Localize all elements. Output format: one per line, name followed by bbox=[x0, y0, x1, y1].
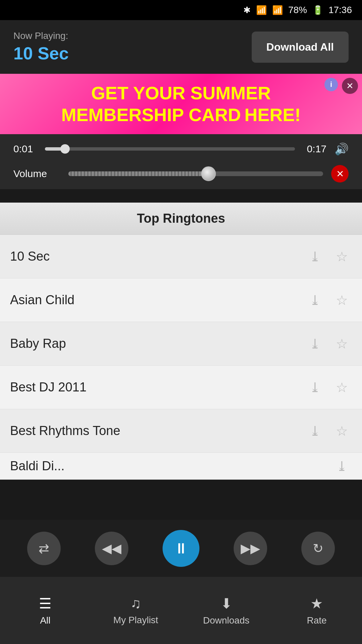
download-icon[interactable]: ⤓ bbox=[305, 421, 325, 441]
battery-text: 78% bbox=[288, 5, 307, 15]
status-icons: ✱ 📶 📶 78% 🔋 17:36 bbox=[243, 5, 352, 15]
item-actions: ⤓ ☆ bbox=[305, 377, 352, 397]
wifi-icon: 📶 bbox=[256, 5, 267, 15]
download-icon[interactable]: ⤓ bbox=[305, 247, 325, 267]
nav-item-my-playlist[interactable]: ♫ My Playlist bbox=[90, 577, 181, 644]
nav-label-all: All bbox=[40, 615, 50, 626]
shuffle-icon: ⇄ bbox=[39, 541, 49, 556]
now-playing-section: Now Playing: 10 Sec bbox=[13, 31, 69, 63]
rate-icon: ★ bbox=[310, 595, 323, 612]
player-section: 0:01 0:17 🔊 Volume ✕ bbox=[0, 134, 362, 189]
volume-bar[interactable] bbox=[68, 171, 323, 176]
nav-label-rate: Rate bbox=[307, 615, 326, 626]
pause-button[interactable]: ⏸ bbox=[163, 530, 199, 567]
download-icon[interactable]: ⤓ bbox=[332, 456, 352, 476]
ad-banner: GET YOUR SUMMER MEMBERSHIP CARD HERE! i … bbox=[0, 74, 362, 134]
volume-label: Volume bbox=[13, 168, 60, 179]
bluetooth-icon: ✱ bbox=[243, 5, 251, 15]
favorite-icon[interactable]: ☆ bbox=[332, 334, 352, 354]
fastforward-button[interactable]: ▶▶ bbox=[234, 532, 267, 565]
nav-item-downloads[interactable]: ⬇ Downloads bbox=[181, 577, 272, 644]
ringtone-name: Best DJ 2011 bbox=[10, 380, 305, 394]
now-playing-label: Now Playing: bbox=[13, 31, 69, 41]
download-icon[interactable]: ⤓ bbox=[305, 377, 325, 397]
nav-label-my-playlist: My Playlist bbox=[113, 615, 158, 626]
shuffle-button[interactable]: ⇄ bbox=[27, 532, 61, 565]
current-time: 0:01 bbox=[13, 143, 37, 155]
ad-text: GET YOUR SUMMER MEMBERSHIP CARD HERE! bbox=[61, 82, 301, 126]
ad-close-button[interactable]: ✕ bbox=[342, 78, 358, 94]
download-icon[interactable]: ⤓ bbox=[305, 290, 325, 310]
status-bar: ✱ 📶 📶 78% 🔋 17:36 bbox=[0, 0, 362, 20]
transport-bar: ⇄ ◀◀ ⏸ ▶▶ ↻ bbox=[0, 520, 362, 577]
progress-bar[interactable] bbox=[45, 147, 295, 151]
ringtone-name: Best Rhythms Tone bbox=[10, 424, 305, 438]
download-icon[interactable]: ⤓ bbox=[305, 334, 325, 354]
all-icon: ☰ bbox=[39, 595, 52, 612]
list-header-text: Top Ringtones bbox=[137, 211, 225, 225]
total-time: 0:17 bbox=[303, 143, 326, 155]
favorite-icon[interactable]: ☆ bbox=[332, 377, 352, 397]
list-item[interactable]: Baldi Di... ⤓ bbox=[0, 453, 362, 480]
pause-icon: ⏸ bbox=[174, 540, 188, 557]
ringtone-name: Baby Rap bbox=[10, 336, 305, 351]
volume-row: Volume ✕ bbox=[13, 165, 349, 182]
ringtones-list-section: Top Ringtones 10 Sec ⤓ ☆ Asian Child ⤓ ☆… bbox=[0, 203, 362, 480]
favorite-icon[interactable]: ☆ bbox=[332, 247, 352, 267]
favorite-icon[interactable]: ☆ bbox=[332, 290, 352, 310]
list-item[interactable]: 10 Sec ⤓ ☆ bbox=[0, 235, 362, 278]
time-display: 17:36 bbox=[328, 5, 352, 15]
playlist-icon: ♫ bbox=[130, 595, 141, 611]
nav-item-rate[interactable]: ★ Rate bbox=[272, 577, 362, 644]
repeat-icon: ↻ bbox=[313, 541, 323, 556]
ringtone-name: 10 Sec bbox=[10, 249, 305, 264]
list-item[interactable]: Best DJ 2011 ⤓ ☆ bbox=[0, 366, 362, 409]
item-actions: ⤓ ☆ bbox=[305, 290, 352, 310]
bottom-nav: ☰ All ♫ My Playlist ⬇ Downloads ★ Rate bbox=[0, 577, 362, 644]
volume-speaker-icon: 🔊 bbox=[335, 142, 349, 156]
fastforward-icon: ▶▶ bbox=[241, 541, 260, 556]
nav-item-all[interactable]: ☰ All bbox=[0, 577, 90, 644]
list-item[interactable]: Asian Child ⤓ ☆ bbox=[0, 278, 362, 322]
downloads-icon: ⬇ bbox=[221, 595, 232, 612]
signal-icon: 📶 bbox=[272, 5, 283, 15]
item-actions: ⤓ ☆ bbox=[305, 421, 352, 441]
ad-info-icon[interactable]: i bbox=[324, 78, 338, 91]
ringtone-name: Asian Child bbox=[10, 293, 305, 307]
list-item[interactable]: Baby Rap ⤓ ☆ bbox=[0, 322, 362, 366]
rewind-button[interactable]: ◀◀ bbox=[95, 532, 128, 565]
header: Now Playing: 10 Sec Download All bbox=[0, 20, 362, 74]
list-item[interactable]: Best Rhythms Tone ⤓ ☆ bbox=[0, 409, 362, 453]
volume-close-button[interactable]: ✕ bbox=[331, 165, 349, 182]
download-all-button[interactable]: Download All bbox=[252, 32, 349, 63]
list-header: Top Ringtones bbox=[0, 203, 362, 235]
item-actions: ⤓ bbox=[332, 456, 352, 476]
volume-thumb bbox=[201, 166, 216, 181]
ringtone-name: Baldi Di... bbox=[10, 459, 332, 473]
item-actions: ⤓ ☆ bbox=[305, 334, 352, 354]
volume-fill bbox=[68, 171, 208, 176]
repeat-button[interactable]: ↻ bbox=[301, 532, 335, 565]
progress-thumb bbox=[60, 144, 70, 154]
favorite-icon[interactable]: ☆ bbox=[332, 421, 352, 441]
rewind-icon: ◀◀ bbox=[102, 541, 121, 556]
progress-row: 0:01 0:17 🔊 bbox=[13, 142, 349, 156]
nav-label-downloads: Downloads bbox=[203, 615, 250, 626]
item-actions: ⤓ ☆ bbox=[305, 247, 352, 267]
battery-icon: 🔋 bbox=[312, 5, 323, 15]
now-playing-title: 10 Sec bbox=[13, 43, 69, 63]
